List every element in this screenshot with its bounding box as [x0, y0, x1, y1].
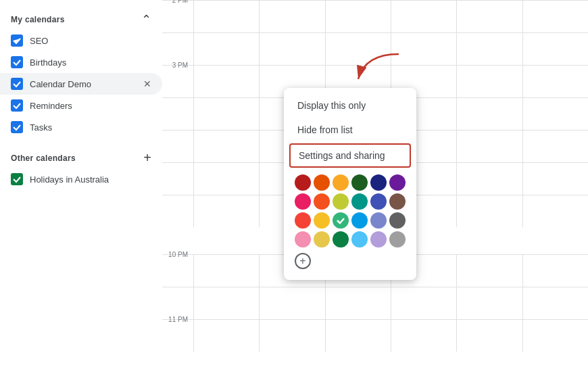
calendar-demo-close-icon[interactable]: ✕ — [143, 78, 151, 89]
display-only-menu-item[interactable]: Display this only — [284, 93, 416, 118]
swatch-row-4 — [295, 231, 406, 247]
swatch-row-1 — [295, 174, 406, 191]
other-calendars-add-icon[interactable]: + — [143, 150, 151, 166]
hide-from-list-menu-item[interactable]: Hide from list — [284, 118, 416, 142]
sidebar: My calendars ⌃ SEO Birthdays Calendar De… — [0, 0, 162, 378]
time-label-11pm: 11 PM — [162, 316, 193, 323]
swatch-yellow-4[interactable] — [314, 231, 330, 247]
swatch-blue-3[interactable] — [351, 212, 368, 229]
swatch-blue-4[interactable] — [351, 231, 368, 247]
reminders-label: Reminders — [30, 101, 151, 111]
my-calendars-title: My calendars — [11, 15, 65, 24]
settings-and-sharing-menu-item[interactable]: Settings and sharing — [289, 143, 411, 168]
swatch-red-3[interactable] — [295, 212, 311, 229]
swatch-pink-4[interactable] — [295, 231, 311, 247]
arrow-icon — [351, 51, 406, 91]
time-slot-2pm: 2 PM — [162, 0, 588, 32]
reminders-checkbox[interactable] — [11, 99, 23, 112]
swatch-peacock[interactable] — [389, 174, 406, 191]
swatch-indigo[interactable] — [370, 193, 387, 210]
swatch-lavender[interactable] — [314, 193, 330, 210]
calendar-demo-label: Calendar Demo — [30, 79, 143, 89]
swatch-sage[interactable] — [351, 174, 368, 191]
swatch-row-3 — [295, 212, 406, 229]
time-label-3pm: 3 PM — [162, 62, 193, 69]
time-label-2pm: 2 PM — [162, 0, 193, 4]
tasks-checkbox[interactable] — [11, 121, 23, 133]
calendar-demo-checkbox[interactable] — [11, 78, 23, 90]
sidebar-item-holidays-australia[interactable]: Holidays in Australia — [0, 168, 162, 190]
swatch-gray-4[interactable] — [389, 231, 406, 247]
sidebar-item-reminders[interactable]: Reminders — [0, 95, 162, 116]
holidays-label: Holidays in Australia — [30, 174, 151, 185]
swatch-blueberry[interactable] — [295, 193, 311, 210]
swatch-brown[interactable] — [389, 193, 406, 210]
my-calendars-chevron-icon: ⌃ — [141, 12, 151, 27]
my-calendars-header[interactable]: My calendars ⌃ — [0, 7, 162, 30]
time-line-2pm — [193, 1, 588, 32]
swatch-row-2 — [295, 193, 406, 210]
swatch-flamingo[interactable] — [314, 174, 330, 191]
birthdays-checkbox[interactable] — [11, 56, 23, 68]
calendar-area: 2 PM 3 PM — [162, 0, 588, 378]
swatch-purple-4[interactable] — [370, 231, 387, 247]
swatch-basil[interactable] — [370, 174, 387, 191]
swatch-add-custom[interactable]: + — [295, 253, 311, 269]
sidebar-item-calendar-demo[interactable]: Calendar Demo ✕ — [0, 73, 162, 95]
swatch-yellow-3[interactable] — [314, 212, 330, 229]
other-calendars-header[interactable]: Other calendars + — [0, 145, 162, 168]
arrow-container — [351, 51, 406, 94]
sidebar-item-seo[interactable]: SEO — [0, 30, 162, 51]
holidays-checkbox[interactable] — [11, 173, 23, 185]
seo-checkbox[interactable] — [11, 34, 23, 47]
swatch-graphite-3[interactable] — [389, 212, 406, 229]
swatch-lavender-3[interactable] — [370, 212, 387, 229]
sidebar-item-tasks[interactable]: Tasks — [0, 116, 162, 138]
sidebar-item-birthdays[interactable]: Birthdays — [0, 51, 162, 73]
swatch-tangerine[interactable] — [333, 174, 349, 191]
time-label-10pm: 10 PM — [162, 251, 193, 258]
swatch-grape[interactable] — [333, 193, 349, 210]
tasks-label: Tasks — [30, 122, 151, 133]
swatch-tomato[interactable] — [295, 174, 311, 191]
other-calendars-title: Other calendars — [11, 153, 76, 163]
swatch-green-3-active[interactable] — [333, 212, 349, 229]
time-slot-11pm: 11 PM — [162, 319, 588, 352]
context-menu: Display this only Hide from list Setting… — [284, 88, 416, 280]
swatch-green-4[interactable] — [333, 231, 349, 247]
swatch-graphite-2[interactable] — [351, 193, 368, 210]
birthdays-label: Birthdays — [30, 57, 151, 68]
seo-label: SEO — [30, 36, 151, 46]
color-swatches: + — [284, 169, 416, 275]
